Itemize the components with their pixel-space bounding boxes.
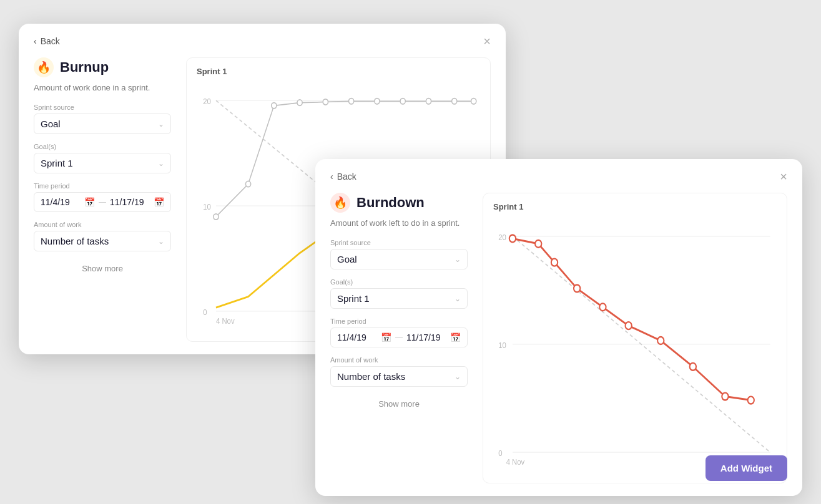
svg-point-12 [349, 99, 354, 104]
burnup-show-more-button[interactable]: Show more [34, 264, 171, 273]
burndown-close-button[interactable]: × [780, 170, 787, 183]
svg-text:20: 20 [498, 233, 506, 242]
burnup-description: Amount of work done in a sprint. [34, 82, 171, 94]
burndown-sprint-source-value: Goal [337, 254, 357, 264]
svg-text:4 Nov: 4 Nov [506, 458, 525, 467]
burnup-date-start: 11/4/19 [41, 197, 81, 207]
burnup-goals-group: Goal(s) Sprint 1 ⌄ [34, 143, 171, 173]
burndown-close-icon: × [780, 170, 787, 183]
burndown-title: Burndown [356, 195, 425, 211]
burnup-sprint-source-select[interactable]: Goal ⌄ [34, 114, 171, 134]
burndown-amount-group: Amount of work Number of tasks ⌄ [330, 356, 468, 387]
svg-point-8 [245, 181, 250, 187]
burnup-back-button[interactable]: ‹ Back [34, 36, 60, 46]
burndown-modal-header: ‹ Back × [315, 159, 802, 183]
burndown-sprint-source-label: Sprint source [330, 239, 468, 246]
burndown-modal: ‹ Back × 🔥 Burndown Amount of work left … [315, 159, 802, 496]
svg-point-17 [471, 99, 476, 104]
burnup-goals-select[interactable]: Sprint 1 ⌄ [34, 153, 171, 173]
burndown-goals-value: Sprint 1 [337, 293, 370, 304]
burnup-left-panel: 🔥 Burnup Amount of work done in a sprint… [34, 57, 171, 342]
burndown-goals-chevron-icon: ⌄ [455, 294, 461, 303]
burnup-title: Burnup [60, 59, 109, 75]
burnup-time-period-label: Time period [34, 182, 171, 190]
burndown-goals-label: Goal(s) [330, 278, 468, 286]
svg-point-10 [297, 100, 302, 105]
burnup-goals-label: Goal(s) [34, 143, 171, 150]
svg-point-14 [400, 99, 405, 104]
svg-text:4 Nov: 4 Nov [216, 316, 235, 326]
burndown-chart-svg: 20 10 0 [493, 218, 777, 471]
burndown-icon: 🔥 [330, 193, 350, 213]
burndown-cal-end-icon: 📅 [450, 332, 461, 342]
svg-point-29 [574, 284, 580, 292]
burnup-amount-value: Number of tasks [41, 236, 109, 246]
burnup-amount-label: Amount of work [34, 221, 171, 228]
burnup-icon: 🔥 [34, 57, 54, 77]
burndown-left-panel: 🔥 Burndown Amount of work left to do in … [330, 193, 468, 483]
svg-point-7 [214, 214, 219, 220]
burndown-modal-body: 🔥 Burndown Amount of work left to do in … [315, 183, 802, 496]
burnup-sprint-source-chevron-icon: ⌄ [158, 120, 164, 128]
burnup-goals-value: Sprint 1 [41, 158, 73, 168]
burnup-goals-chevron-icon: ⌄ [158, 159, 164, 168]
burnup-cal-start-icon: 📅 [84, 197, 95, 207]
burndown-date-separator: — [395, 333, 403, 342]
burnup-chart-sprint-label: Sprint 1 [197, 67, 480, 76]
svg-point-35 [748, 397, 754, 404]
burndown-goals-select[interactable]: Sprint 1 ⌄ [330, 288, 468, 309]
svg-point-11 [323, 99, 328, 105]
burnup-close-button[interactable]: × [483, 35, 491, 47]
svg-point-16 [452, 99, 457, 104]
svg-point-27 [535, 240, 541, 248]
burndown-back-label: Back [337, 172, 356, 182]
burndown-description: Amount of work left to do in a sprint. [330, 218, 468, 229]
burndown-cal-start-icon: 📅 [381, 332, 391, 342]
burnup-modal-header: ‹ Back × [19, 24, 506, 47]
burnup-sprint-source-group: Sprint source Goal ⌄ [34, 104, 171, 134]
back-chevron-icon: ‹ [34, 36, 37, 46]
svg-point-34 [722, 393, 728, 400]
burndown-chart-panel: Sprint 1 20 10 0 [483, 193, 787, 483]
burndown-time-period-group: Time period 11/4/19 📅 — 11/17/19 📅 [330, 317, 468, 347]
burndown-chart-sprint-label: Sprint 1 [493, 202, 777, 211]
burndown-amount-label: Amount of work [330, 356, 468, 364]
burndown-date-row[interactable]: 11/4/19 📅 — 11/17/19 📅 [330, 327, 468, 347]
burnup-sprint-source-value: Goal [41, 119, 61, 129]
burndown-sprint-source-select[interactable]: Goal ⌄ [330, 249, 468, 269]
burnup-amount-select[interactable]: Number of tasks ⌄ [34, 231, 171, 251]
burnup-amount-chevron-icon: ⌄ [158, 237, 164, 246]
burndown-sprint-source-group: Sprint source Goal ⌄ [330, 239, 468, 269]
svg-point-32 [657, 337, 664, 344]
svg-point-9 [272, 103, 277, 109]
svg-point-31 [626, 322, 632, 329]
burndown-back-chevron-icon: ‹ [330, 172, 333, 182]
burndown-sprint-source-chevron-icon: ⌄ [455, 255, 461, 264]
burndown-show-more-button[interactable]: Show more [330, 399, 468, 409]
svg-point-26 [509, 235, 516, 242]
burnup-sprint-source-label: Sprint source [34, 104, 171, 111]
burndown-title-row: 🔥 Burndown [330, 193, 468, 213]
burnup-date-end: 11/17/19 [110, 197, 150, 207]
burnup-close-icon: × [483, 34, 491, 48]
svg-point-15 [426, 99, 431, 104]
burndown-amount-chevron-icon: ⌄ [455, 372, 461, 381]
svg-point-13 [375, 99, 380, 104]
burnup-date-separator: — [99, 198, 106, 206]
burndown-goals-group: Goal(s) Sprint 1 ⌄ [330, 278, 468, 309]
burnup-title-row: 🔥 Burnup [34, 57, 171, 77]
burndown-time-period-label: Time period [330, 317, 468, 325]
add-widget-button[interactable]: Add Widget [705, 455, 787, 481]
burnup-back-label: Back [41, 36, 60, 46]
svg-point-28 [551, 259, 558, 266]
burndown-back-button[interactable]: ‹ Back [330, 172, 356, 182]
svg-text:0: 0 [498, 448, 502, 458]
svg-text:20: 20 [203, 97, 211, 106]
burnup-cal-end-icon: 📅 [154, 197, 164, 207]
burndown-amount-select[interactable]: Number of tasks ⌄ [330, 366, 468, 387]
burndown-amount-value: Number of tasks [337, 371, 405, 382]
burndown-date-start: 11/4/19 [337, 332, 377, 342]
burnup-amount-group: Amount of work Number of tasks ⌄ [34, 221, 171, 251]
burnup-date-row[interactable]: 11/4/19 📅 — 11/17/19 📅 [34, 192, 171, 212]
svg-point-30 [599, 303, 606, 311]
